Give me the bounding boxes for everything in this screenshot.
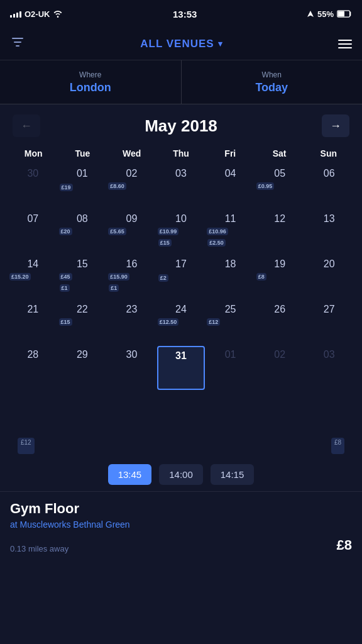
calendar-day[interactable]: 18	[206, 255, 255, 299]
day-number: 06	[324, 169, 335, 179]
day-number: 01	[225, 350, 236, 360]
status-bar: O2-UK 13:53 55%	[0, 0, 362, 28]
calendar-day[interactable]: 15£45£1	[58, 255, 107, 299]
when-cell[interactable]: When Today	[182, 60, 363, 104]
calendar-day[interactable]: 23	[107, 301, 156, 345]
calendar-day[interactable]: 02£8.60	[107, 165, 156, 209]
day-number: 05	[274, 169, 285, 179]
day-number: 17	[175, 259, 187, 269]
calendar-day[interactable]: 31	[157, 346, 206, 390]
where-value: London	[70, 81, 111, 94]
calendar-day[interactable]: 13	[305, 210, 353, 254]
calendar-day[interactable]: 28	[9, 346, 57, 390]
day-number: 15	[77, 259, 88, 269]
calendar-day[interactable]: 07	[9, 210, 57, 254]
prev-month-button[interactable]: ←	[13, 114, 40, 137]
calendar-day[interactable]: 30	[107, 346, 156, 390]
calendar-days-of-week: MonTueWedThuFriSatSun	[6, 145, 356, 162]
calendar-day[interactable]: 06	[305, 165, 353, 209]
day-number: 01	[77, 169, 88, 179]
calendar-day[interactable]: 02	[256, 346, 304, 390]
calendar-header: ← May 2018 →	[6, 104, 356, 145]
day-number: 12	[274, 214, 285, 224]
calendar-month-title: May 2018	[145, 116, 217, 136]
day-number: 19	[274, 259, 285, 269]
filter-icon[interactable]	[10, 35, 25, 53]
day-number: 23	[126, 304, 138, 314]
price-badge: £45	[59, 273, 72, 280]
calendar-day[interactable]: 12	[256, 210, 304, 254]
calendar-day[interactable]: 09£5.65	[107, 210, 156, 254]
calendar-day[interactable]: 03	[305, 346, 353, 390]
calendar-day[interactable]: 01	[206, 346, 255, 390]
nav-title[interactable]: ALL VENUES ▾	[140, 38, 222, 50]
day-number: 02	[126, 169, 138, 179]
day-of-week-label: Mon	[9, 145, 58, 162]
calendar-day[interactable]: 04	[206, 165, 255, 209]
day-number: 27	[324, 304, 335, 314]
day-number: 21	[27, 304, 38, 314]
nav-bar: ALL VENUES ▾	[0, 28, 362, 60]
calendar-day[interactable]: 08£20	[58, 210, 107, 254]
when-label: When	[262, 70, 282, 79]
calendar-area: ← May 2018 → MonTueWedThuFriSatSun 3001£…	[0, 104, 362, 454]
location-icon	[307, 10, 314, 18]
calendar-day[interactable]: 26	[256, 301, 304, 345]
carrier-name: O2-UK	[25, 9, 50, 19]
calendar-day[interactable]: 10£10.99£15	[157, 210, 206, 254]
where-cell[interactable]: Where London	[0, 60, 182, 104]
day-number: 03	[175, 169, 187, 179]
extra-price-left: £12	[18, 438, 35, 454]
price-badge: £2	[158, 274, 168, 282]
day-number: 18	[225, 259, 236, 269]
venue-name: Muscleworks Bethnal Green	[20, 519, 130, 530]
day-number: 10	[175, 214, 187, 224]
calendar-day[interactable]: 27	[305, 301, 353, 345]
next-month-button[interactable]: →	[322, 114, 349, 137]
day-number: 30	[126, 350, 138, 360]
calendar-day[interactable]: 03	[157, 165, 206, 209]
price-badge: £1	[109, 284, 119, 292]
class-name: Gym Floor	[10, 501, 352, 517]
price-badge: £15	[158, 239, 172, 247]
calendar-grid: 3001£1902£8.60030405£0.95060708£2009£5.6…	[6, 165, 356, 435]
status-left: O2-UK	[10, 9, 63, 19]
signal-icon	[10, 10, 21, 18]
calendar-day[interactable]: 14£15.20	[9, 255, 57, 299]
price-badge: £19	[60, 184, 73, 191]
calendar-day[interactable]: 01£19	[58, 165, 107, 209]
hamburger-menu-icon[interactable]	[338, 40, 352, 48]
calendar-day[interactable]: 29	[58, 346, 107, 390]
day-number: 29	[77, 350, 88, 360]
calendar-day[interactable]: 16£15.90£1	[107, 255, 156, 299]
calendar-day[interactable]: 19£8	[256, 255, 304, 299]
time-slot[interactable]: 13:45	[108, 464, 152, 485]
day-number: 11	[225, 214, 236, 224]
calendar-day[interactable]: 20	[305, 255, 353, 299]
calendar-day[interactable]: 24£12.50	[157, 301, 206, 345]
calendar-day[interactable]: 17£2	[157, 255, 206, 299]
calendar-day[interactable]: 21	[9, 301, 57, 345]
day-number: 09	[126, 214, 138, 224]
when-value: Today	[255, 81, 288, 94]
calendar-day[interactable]: 25£12	[206, 301, 255, 345]
day-number: 04	[225, 169, 236, 179]
day-number: 28	[27, 350, 38, 360]
day-of-week-label: Sat	[255, 145, 304, 162]
location-bar: Where London When Today	[0, 60, 362, 104]
day-number: 22	[77, 304, 88, 314]
calendar-day[interactable]: 11£10.96£2.50	[206, 210, 255, 254]
time-slot[interactable]: 14:00	[159, 464, 203, 485]
class-listing[interactable]: Gym Floor at Muscleworks Bethnal Green 0…	[0, 491, 362, 562]
day-number: 07	[27, 214, 38, 224]
price-badge: £15	[59, 318, 72, 326]
calendar-day[interactable]: 05£0.95	[256, 165, 304, 209]
day-of-week-label: Sun	[304, 145, 353, 162]
calendar-day[interactable]: 30	[9, 165, 57, 209]
status-right: 55%	[307, 9, 352, 19]
nav-chevron-icon: ▾	[218, 39, 223, 48]
calendar-extra-row: £12 £8	[6, 435, 356, 454]
calendar-day[interactable]: 22£15	[58, 301, 107, 345]
time-slot[interactable]: 14:15	[211, 464, 255, 485]
price-badge: £12.50	[158, 318, 179, 326]
